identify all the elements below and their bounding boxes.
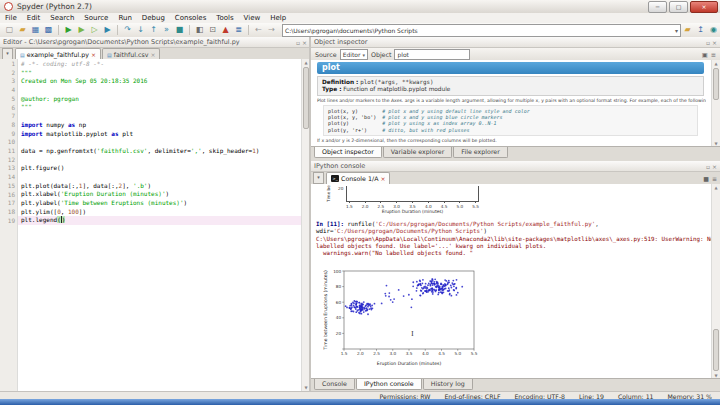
svg-text:5.0: 5.0 bbox=[454, 351, 461, 356]
browse-directory-icon[interactable]: ▰ bbox=[682, 24, 694, 36]
inspector-scrollbar[interactable]: ▲ ▼ bbox=[711, 60, 720, 147]
step-return-icon[interactable]: ↑ bbox=[148, 24, 160, 36]
tab-file-explorer[interactable]: File explorer bbox=[453, 147, 508, 158]
close-button[interactable]: × bbox=[690, 1, 718, 13]
object-combo[interactable]: plot bbox=[394, 49, 470, 60]
svg-text:80: 80 bbox=[336, 284, 342, 289]
menu-edit[interactable]: Edit bbox=[22, 13, 46, 23]
working-directory-input[interactable]: C:\Users\pgrogan\documents\Python Script… bbox=[282, 24, 681, 37]
console-output[interactable]: 20 Time be 1.52.02.53.03.54.04.55.05.5 E… bbox=[311, 184, 712, 379]
menu-consoles[interactable]: Consoles bbox=[170, 13, 211, 23]
close-icon[interactable]: × bbox=[91, 51, 96, 58]
console-scroll-thumb[interactable] bbox=[713, 329, 719, 371]
run-cell-advance-icon[interactable]: ▷ bbox=[89, 24, 101, 36]
menu-search[interactable]: Search bbox=[45, 13, 79, 23]
console-segment: In [11]: bbox=[316, 221, 344, 227]
go-to-parent-icon[interactable]: ↥ bbox=[695, 24, 707, 36]
tab-variable-explorer[interactable]: Variable explorer bbox=[383, 147, 453, 158]
tab-object-inspector[interactable]: Object inspector bbox=[314, 147, 382, 158]
code-line bbox=[21, 112, 310, 121]
lock-icon[interactable]: ▣ bbox=[702, 51, 708, 58]
open-file-icon[interactable]: ▰ bbox=[17, 24, 29, 36]
interrupt-icon[interactable]: ■ bbox=[703, 175, 709, 182]
undock-icon[interactable]: ▫ bbox=[706, 39, 710, 46]
line-number: 19 bbox=[0, 217, 15, 226]
maximize-pane-icon[interactable]: ◧ bbox=[194, 24, 206, 36]
line-number: 16 bbox=[0, 191, 15, 200]
code-segment: """ bbox=[21, 69, 32, 76]
save-all-icon[interactable]: ▩ bbox=[43, 24, 55, 36]
undock-icon[interactable]: ▫ bbox=[296, 39, 300, 46]
close-pane-icon[interactable]: × bbox=[712, 39, 717, 46]
console-tab[interactable]: >_ Console 1/A × bbox=[326, 172, 390, 184]
source-dropdown[interactable]: Editor ▾ bbox=[340, 49, 368, 60]
back-icon[interactable]: ← bbox=[253, 24, 265, 36]
code-area[interactable]: # -*- coding: utf-8 -*-"""Created on Mon… bbox=[18, 59, 310, 391]
step-into-icon[interactable]: ↓ bbox=[135, 24, 147, 36]
inspector-scroll-thumb[interactable] bbox=[713, 68, 719, 100]
save-icon[interactable]: ▦ bbox=[30, 24, 42, 36]
code-segment: , skip_header= bbox=[202, 147, 253, 154]
undock-icon[interactable]: ▫ bbox=[706, 163, 710, 170]
console-segment: 'C:/Users/pgrogan/Documents/Python Scrip… bbox=[333, 228, 483, 234]
code-segment: @author: pgrogan bbox=[21, 95, 79, 102]
code-line bbox=[21, 156, 310, 165]
tab-ipython-console[interactable]: IPython console bbox=[356, 379, 422, 390]
stop-icon[interactable]: ■ bbox=[174, 24, 186, 36]
tab-console[interactable]: Console bbox=[314, 379, 355, 390]
menu-debug[interactable]: Debug bbox=[137, 13, 170, 23]
inspector-bottom-tabs: Object inspectorVariable explorerFile ex… bbox=[311, 146, 720, 161]
tab-browse-button[interactable]: ▾ bbox=[313, 172, 324, 184]
chevron-down-icon[interactable]: ▾ bbox=[675, 27, 678, 34]
code-segment: ) bbox=[166, 190, 170, 197]
code-segment: plt.legend bbox=[21, 216, 57, 223]
options-menu-icon[interactable]: ≡ bbox=[712, 175, 717, 182]
svg-text:Time between Eruptions (minute: Time between Eruptions (minutes) bbox=[323, 270, 328, 351]
run-cell-icon[interactable]: ▶ bbox=[76, 24, 88, 36]
menu-run[interactable]: Run bbox=[113, 13, 136, 23]
line-number: 7 bbox=[0, 112, 15, 121]
code-segment: Created on Mon Sep 05 20:18:35 2016 bbox=[21, 77, 147, 84]
doc-code-line: plot(y, 'r+') # ditto, but with red plus… bbox=[328, 127, 693, 133]
code-segment: 'Time between Eruptions (minutes)' bbox=[61, 199, 184, 206]
editor-body[interactable]: 12345678910111213141516171819 # -*- codi… bbox=[0, 59, 310, 391]
chevron-down-icon: ▾ bbox=[362, 52, 365, 58]
tab-history-log[interactable]: History log bbox=[423, 379, 473, 390]
menu-help[interactable]: Help bbox=[265, 13, 291, 23]
working-directory-value: C:\Users\pgrogan\documents\Python Script… bbox=[285, 27, 418, 34]
fullscreen-icon[interactable]: ⊡ bbox=[207, 24, 219, 36]
menu-tools[interactable]: Tools bbox=[211, 13, 238, 23]
new-file-icon[interactable]: ▢ bbox=[4, 24, 16, 36]
code-line: """ bbox=[21, 69, 310, 78]
options-icon[interactable]: ≡ bbox=[711, 51, 716, 58]
main-toolbar: ▢▰▦▩▶▶▷▶↷↓↑»■◧⊡▲≣←→ C:\Users\pgrogan\doc… bbox=[0, 23, 720, 38]
close-pane-icon[interactable]: × bbox=[302, 39, 307, 46]
close-icon[interactable]: × bbox=[380, 175, 385, 182]
forward-icon[interactable]: → bbox=[266, 24, 278, 36]
console-segment: 'C:/Users/pgrogan/Documents/Python Scrip… bbox=[375, 221, 595, 227]
close-pane-icon[interactable]: × bbox=[712, 163, 717, 170]
line-number: 14 bbox=[0, 173, 15, 182]
layout-icon[interactable]: ▲ bbox=[220, 24, 232, 36]
console-scrollbar[interactable]: ▲ ▼ bbox=[711, 184, 720, 379]
minimize-button[interactable]: ─ bbox=[648, 1, 667, 13]
code-segment: import bbox=[21, 121, 43, 128]
console-segment: C:\Users\pgrogan\AppData\Local\Continuum… bbox=[316, 236, 712, 242]
close-icon[interactable]: × bbox=[150, 51, 155, 58]
svg-text:100: 100 bbox=[333, 269, 341, 274]
menu-file[interactable]: File bbox=[0, 13, 22, 23]
continue-icon[interactable]: » bbox=[161, 24, 173, 36]
run-icon[interactable]: ▶ bbox=[63, 24, 75, 36]
debug-icon[interactable]: ▶ bbox=[102, 24, 114, 36]
step-icon[interactable]: ↷ bbox=[122, 24, 134, 36]
line-number: 13 bbox=[0, 164, 15, 173]
menu-view[interactable]: View bbox=[239, 13, 266, 23]
code-segment: , delimiter= bbox=[147, 147, 190, 154]
doc-code-example: plot(x, y) # plot x and y using default … bbox=[323, 105, 698, 136]
maximize-button[interactable]: ▢ bbox=[669, 1, 688, 13]
console-bottom-tabs: ConsoleIPython consoleHistory log bbox=[311, 378, 720, 391]
menu-source[interactable]: Source bbox=[79, 13, 113, 23]
set-console-directory-icon[interactable]: ◉ bbox=[708, 24, 720, 36]
console-title: IPython console bbox=[314, 162, 365, 170]
pythonpath-icon[interactable]: ≣ bbox=[233, 24, 245, 36]
